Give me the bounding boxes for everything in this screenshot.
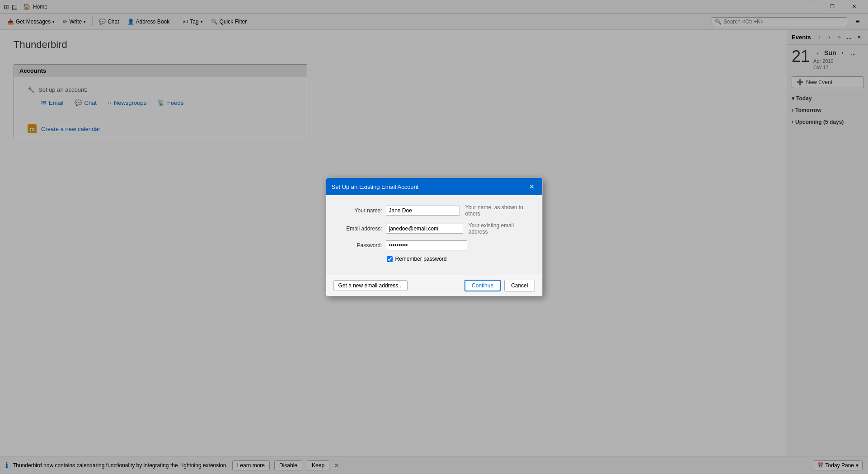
remember-row: Remember password	[387, 256, 531, 262]
name-input[interactable]	[386, 206, 460, 216]
modal-header: Set Up an Existing Email Account ✕	[326, 178, 542, 195]
email-input[interactable]	[386, 224, 463, 234]
email-row: Email address: Your existing email addre…	[337, 222, 531, 235]
password-label: Password:	[337, 242, 382, 249]
email-label: Email address:	[337, 225, 382, 232]
password-input[interactable]	[386, 240, 467, 250]
modal-footer: Get a new email address... Continue Canc…	[326, 275, 542, 296]
name-label: Your name:	[337, 207, 382, 214]
modal-body: Your name: Your name, as shown to others…	[326, 195, 542, 275]
remember-checkbox[interactable]	[387, 256, 393, 262]
footer-right: Continue Cancel	[464, 280, 535, 291]
modal-overlay: Set Up an Existing Email Account ✕ Your …	[0, 0, 868, 474]
name-row: Your name: Your name, as shown to others	[337, 204, 531, 217]
get-new-email-button[interactable]: Get a new email address...	[333, 280, 408, 291]
modal-title: Set Up an Existing Email Account	[332, 183, 419, 190]
password-row: Password:	[337, 240, 531, 250]
name-hint: Your name, as shown to others	[465, 204, 531, 217]
email-hint: Your existing email address	[469, 222, 531, 235]
email-account-modal: Set Up an Existing Email Account ✕ Your …	[326, 178, 543, 296]
cancel-button[interactable]: Cancel	[504, 280, 535, 291]
continue-button[interactable]: Continue	[464, 280, 501, 291]
modal-close-button[interactable]: ✕	[527, 182, 537, 192]
footer-left: Get a new email address...	[333, 280, 408, 291]
remember-label[interactable]: Remember password	[395, 256, 447, 262]
